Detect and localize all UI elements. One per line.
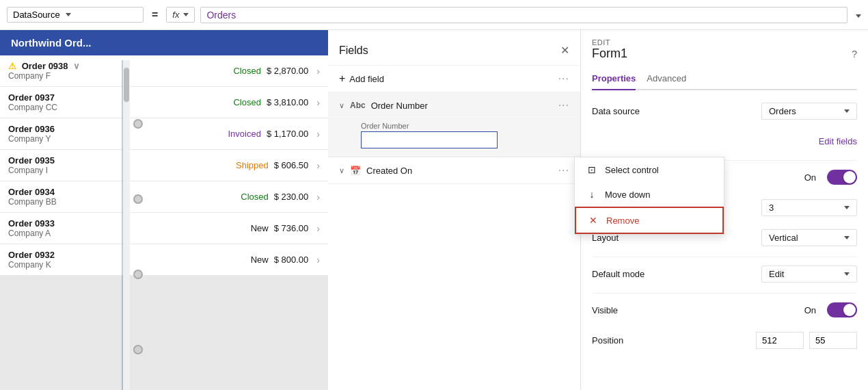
field-name-label: Order Number <box>371 101 558 111</box>
order-number-field[interactable]: ∨ Abc Order Number ··· Order Number <box>328 92 580 157</box>
remove-menu-item[interactable]: ✕ Remove <box>575 207 724 234</box>
data-source-chevron-icon <box>844 109 850 113</box>
add-field-label: Add field <box>349 74 384 84</box>
field-item-created-on[interactable]: ∨ 📅 Created On ··· <box>328 157 580 184</box>
table-row[interactable]: ⚠ Order 0938 ∨ Company F Closed $ 2,870.… <box>0 55 328 87</box>
datasource-dropdown[interactable]: DataSource <box>7 7 144 23</box>
row-chevron-icon: › <box>316 192 320 203</box>
date-field-icon: 📅 <box>350 166 361 176</box>
orders-header: Northwind Ord... <box>0 30 328 55</box>
tab-properties[interactable]: Properties <box>592 69 636 90</box>
row-chevron-icon: › <box>316 223 320 234</box>
data-source-row: Data source Orders <box>592 100 857 122</box>
table-row[interactable]: Order 0935 Company I Shipped $ 606.50 › <box>0 150 328 181</box>
divider <box>592 293 857 294</box>
top-bar: DataSource = fx Orders <box>0 0 868 30</box>
columns-select[interactable]: 3 <box>761 199 857 216</box>
position-y-input[interactable] <box>809 332 857 349</box>
field-expand-icon: ∨ <box>339 101 344 110</box>
fx-button[interactable]: fx <box>166 7 195 23</box>
warning-icon: ⚠ <box>8 61 16 71</box>
default-mode-select[interactable]: Edit <box>761 265 857 283</box>
fx-label: fx <box>172 10 179 20</box>
default-mode-chevron-icon <box>844 272 850 276</box>
scrollbar[interactable] <box>123 60 130 390</box>
row-chevron-icon: › <box>316 129 320 140</box>
table-row[interactable]: Order 0932 Company K New $ 800.00 › <box>0 244 328 276</box>
datasource-label: DataSource <box>13 10 60 20</box>
top-bar-right <box>853 10 861 20</box>
orders-panel: Northwind Ord... ⚠ Order 0938 ∨ Company … <box>0 30 328 390</box>
move-down-label: Move down <box>605 190 650 200</box>
fx-chevron-icon <box>183 13 189 16</box>
snap-toggle[interactable] <box>827 170 857 185</box>
columns-chevron-icon <box>844 206 850 209</box>
select-control-icon: ⊡ <box>586 164 598 175</box>
visible-label: Visible <box>592 305 804 315</box>
edit-fields-row: Edit fields <box>592 130 857 152</box>
field-item-order-number[interactable]: ∨ Abc Order Number ··· <box>328 92 580 119</box>
select-control-menu-item[interactable]: ⊡ Select control <box>575 157 724 182</box>
plus-icon: + <box>339 73 345 85</box>
fields-title: Fields <box>339 44 368 57</box>
visible-row: Visible On <box>592 299 857 321</box>
tab-advanced[interactable]: Advanced <box>647 69 686 90</box>
table-row[interactable]: Order 0936 Company Y Invoiced $ 1,170.00… <box>0 118 328 150</box>
move-down-menu-item[interactable]: ↓ Move down <box>575 182 724 207</box>
order-number-input[interactable] <box>361 131 498 148</box>
visible-value-label: On <box>804 305 816 315</box>
fields-panel: Fields ✕ + Add field ··· ∨ Abc Order Num… <box>328 30 581 390</box>
properties-tabs: Properties Advanced <box>592 69 857 90</box>
equals-sign: = <box>149 9 161 21</box>
formula-bar[interactable]: Orders <box>200 7 847 23</box>
formula-value: Orders <box>206 10 236 21</box>
position-row: Position <box>592 329 857 351</box>
default-mode-value: Edit <box>769 269 784 279</box>
add-field-more-icon[interactable]: ··· <box>558 73 569 85</box>
table-row[interactable]: Order 0933 Company A New $ 736.00 › <box>0 213 328 244</box>
main-content: Northwind Ord... ⚠ Order 0938 ∨ Company … <box>0 30 868 390</box>
default-mode-label: Default mode <box>592 269 761 279</box>
data-source-label: Data source <box>592 106 761 116</box>
field-input-preview: Order Number <box>328 119 580 157</box>
data-source-value: Orders <box>769 106 796 116</box>
select-control-label: Select control <box>605 165 659 175</box>
divider <box>592 257 857 257</box>
text-field-icon: Abc <box>350 101 366 110</box>
toggle-knob <box>843 304 856 316</box>
data-source-select[interactable]: Orders <box>761 103 857 120</box>
add-field-button[interactable]: + Add field ··· <box>328 66 580 92</box>
remove-label: Remove <box>606 216 639 226</box>
form-title: Form1 <box>592 47 857 61</box>
field-input-label: Order Number <box>361 122 569 130</box>
field-name-label: Created On <box>366 166 558 176</box>
fields-header: Fields ✕ <box>328 30 580 66</box>
field-more-icon[interactable]: ··· <box>558 164 569 177</box>
table-row[interactable]: Order 0934 Company BB Closed $ 230.00 › <box>0 181 328 213</box>
help-button[interactable]: ? <box>852 49 857 60</box>
layout-chevron-icon <box>844 236 850 239</box>
edit-label: EDIT <box>592 38 857 47</box>
toggle-knob <box>843 171 856 183</box>
visible-toggle[interactable] <box>827 302 857 317</box>
default-mode-row: Default mode Edit <box>592 263 857 285</box>
field-expand-icon: ∨ <box>339 166 344 175</box>
position-label: Position <box>592 335 756 346</box>
close-button[interactable]: ✕ <box>560 44 569 57</box>
position-inputs <box>756 332 857 349</box>
row-chevron-icon: › <box>316 255 320 265</box>
datasource-chevron-icon <box>66 13 71 16</box>
columns-value: 3 <box>769 203 774 213</box>
row-chevron-icon: › <box>316 97 320 108</box>
row-chevron-icon: › <box>316 66 320 77</box>
field-more-icon[interactable]: ··· <box>558 99 569 112</box>
table-row[interactable]: Order 0937 Company CC Closed $ 3,810.00 … <box>0 87 328 118</box>
edit-fields-link[interactable]: Edit fields <box>819 136 857 146</box>
position-x-input[interactable] <box>756 332 804 349</box>
top-bar-chevron-icon <box>856 14 861 18</box>
layout-select[interactable]: Vertical <box>761 229 857 246</box>
layout-value: Vertical <box>769 233 798 243</box>
row-chevron-icon: › <box>316 160 320 171</box>
snap-value-label: On <box>804 172 816 183</box>
context-menu: ⊡ Select control ↓ Move down ✕ Remove <box>574 157 724 235</box>
